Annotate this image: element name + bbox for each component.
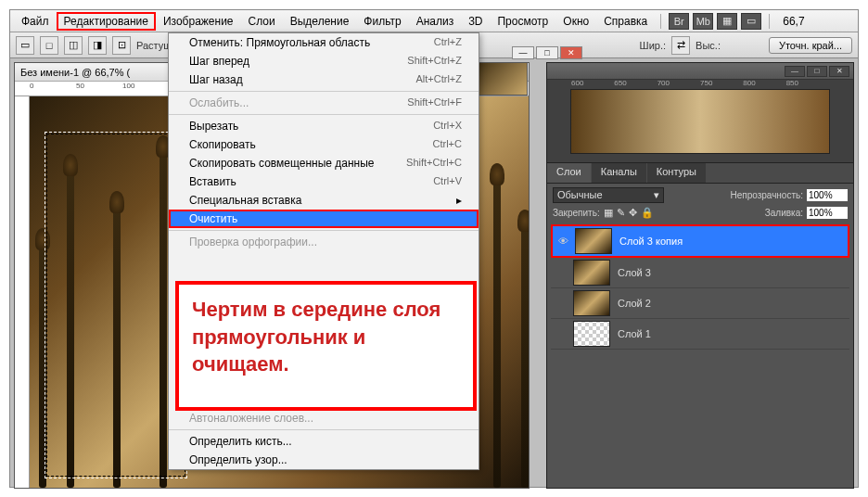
menu-cut[interactable]: ВырезатьCtrl+X xyxy=(169,117,479,135)
view-extras-icon[interactable]: ▦ xyxy=(717,13,737,30)
zoom-readout[interactable]: 66,7 xyxy=(783,15,804,28)
menu-step-forward[interactable]: Шаг впередShift+Ctrl+Z xyxy=(169,52,479,70)
layer-thumb[interactable] xyxy=(573,260,610,286)
tab-paths[interactable]: Контуры xyxy=(647,163,706,183)
screen-mode-icon[interactable]: ▭ xyxy=(741,13,761,30)
layer-name[interactable]: Слой 3 копия xyxy=(616,236,846,247)
menu-help[interactable]: Справка xyxy=(596,12,655,31)
menu-fade: Ослабить...Shift+Ctrl+F xyxy=(169,94,479,112)
close-button[interactable]: ✕ xyxy=(560,46,582,59)
layer-thumb[interactable] xyxy=(575,228,612,254)
selection-marquee[interactable] xyxy=(46,134,185,477)
menu-3d[interactable]: 3D xyxy=(461,12,490,31)
visibility-eye-icon[interactable]: 👁 xyxy=(555,233,571,249)
layer-name[interactable]: Слой 2 xyxy=(614,298,848,309)
layer-row[interactable]: 👁 Слой 3 копия xyxy=(551,224,849,258)
layer-thumb[interactable] xyxy=(573,321,610,347)
layer-row[interactable]: Слой 3 xyxy=(551,258,849,288)
panel-maximize-icon[interactable]: □ xyxy=(807,66,827,77)
maximize-button[interactable]: □ xyxy=(536,46,558,59)
secondary-doc-thumb[interactable]: — □ ✕ xyxy=(472,62,528,96)
lock-pixels-icon[interactable]: ✎ xyxy=(617,207,625,219)
menu-filter[interactable]: Фильтр xyxy=(356,12,408,31)
opacity-label: Непрозрачность: xyxy=(730,190,803,200)
minibridge-button[interactable]: Mb xyxy=(693,13,713,30)
tab-layers[interactable]: Слои xyxy=(547,163,591,183)
fill-input[interactable]: 100% xyxy=(807,207,848,219)
panel-minimize-icon[interactable]: — xyxy=(785,66,805,77)
minimize-button[interactable]: — xyxy=(512,46,534,59)
navigator-thumb[interactable]: 600650700750800850 xyxy=(570,89,830,154)
panel-tabs: Слои Каналы Контуры xyxy=(547,163,853,184)
marquee-tool-icon[interactable]: ▭ xyxy=(16,36,34,55)
fill-label: Заливка: xyxy=(765,208,803,218)
menu-select[interactable]: Выделение xyxy=(283,12,357,31)
menubar: Файл Редактирование Изображение Слои Выд… xyxy=(10,10,858,32)
opacity-input[interactable]: 100% xyxy=(807,189,848,201)
menu-paste-special[interactable]: Специальная вставка▸ xyxy=(169,191,479,210)
annotation-callout: Чертим в середине слоя прямоугольник и о… xyxy=(175,281,477,411)
refine-edge-button[interactable]: Уточн. край... xyxy=(769,37,852,54)
menu-spellcheck: Проверка орфографии... xyxy=(169,233,479,251)
navigator-panel: 600650700750800850 xyxy=(547,80,853,163)
menu-file[interactable]: Файл xyxy=(14,12,57,31)
menu-paste[interactable]: ВставитьCtrl+V xyxy=(169,172,479,191)
document-title: Без имени-1 @ 66,7% ( xyxy=(20,67,130,78)
sel-new-icon[interactable]: □ xyxy=(40,36,58,55)
menu-window[interactable]: Окно xyxy=(555,12,596,31)
menu-define-brush[interactable]: Определить кисть... xyxy=(169,432,479,451)
chevron-down-icon: ▾ xyxy=(654,189,659,201)
submenu-arrow-icon: ▸ xyxy=(456,194,462,207)
lock-position-icon[interactable]: ✥ xyxy=(629,207,637,219)
tab-channels[interactable]: Каналы xyxy=(592,163,646,183)
visibility-eye-icon[interactable] xyxy=(553,295,569,312)
swap-wh-icon[interactable]: ⇄ xyxy=(671,36,690,55)
layer-row[interactable]: Слой 2 xyxy=(551,288,849,319)
menu-edit[interactable]: Редактирование xyxy=(57,12,156,31)
visibility-eye-icon[interactable] xyxy=(553,325,569,342)
panel-close-icon[interactable]: ✕ xyxy=(829,66,849,77)
menu-layers[interactable]: Слои xyxy=(241,12,283,31)
lock-all-icon[interactable]: 🔒 xyxy=(641,207,654,219)
lock-label: Закрепить: xyxy=(553,208,600,218)
bridge-button[interactable]: Br xyxy=(669,13,689,30)
menu-image[interactable]: Изображение xyxy=(156,12,241,31)
sel-sub-icon[interactable]: ◨ xyxy=(88,36,107,55)
layers-list: 👁 Слой 3 копия Слой 3 Слой 2 Слой 1 xyxy=(547,223,853,351)
menu-define-pattern[interactable]: Определить узор... xyxy=(169,451,479,469)
menu-clear[interactable]: Очистить xyxy=(169,210,479,228)
menu-step-back[interactable]: Шаг назадAlt+Ctrl+Z xyxy=(169,70,479,89)
menu-analysis[interactable]: Анализ xyxy=(409,12,462,31)
menu-auto-blend: Автоналожение слоев... xyxy=(169,409,479,427)
menu-undo[interactable]: Отменить: Прямоугольная областьCtrl+Z xyxy=(169,33,479,52)
lock-transparent-icon[interactable]: ▦ xyxy=(604,207,613,219)
layer-thumb[interactable] xyxy=(573,290,610,316)
width-label: Шир.: xyxy=(640,40,666,51)
menu-view[interactable]: Просмотр xyxy=(490,12,555,31)
height-label: Выс.: xyxy=(696,40,721,51)
visibility-eye-icon[interactable] xyxy=(553,264,569,281)
sel-int-icon[interactable]: ⊡ xyxy=(112,36,131,55)
menu-copy[interactable]: СкопироватьCtrl+C xyxy=(169,135,479,154)
blend-mode-select[interactable]: Обычные▾ xyxy=(553,187,664,203)
layer-name[interactable]: Слой 3 xyxy=(614,267,848,278)
panels: — □ ✕ 600650700750800850 Слои Каналы Кон… xyxy=(546,62,854,489)
layer-name[interactable]: Слой 1 xyxy=(614,328,848,339)
ruler-vertical xyxy=(15,96,30,488)
sel-add-icon[interactable]: ◫ xyxy=(64,36,83,55)
layer-row[interactable]: Слой 1 xyxy=(551,319,849,350)
menu-copy-merged[interactable]: Скопировать совмещенные данныеShift+Ctrl… xyxy=(169,154,479,172)
